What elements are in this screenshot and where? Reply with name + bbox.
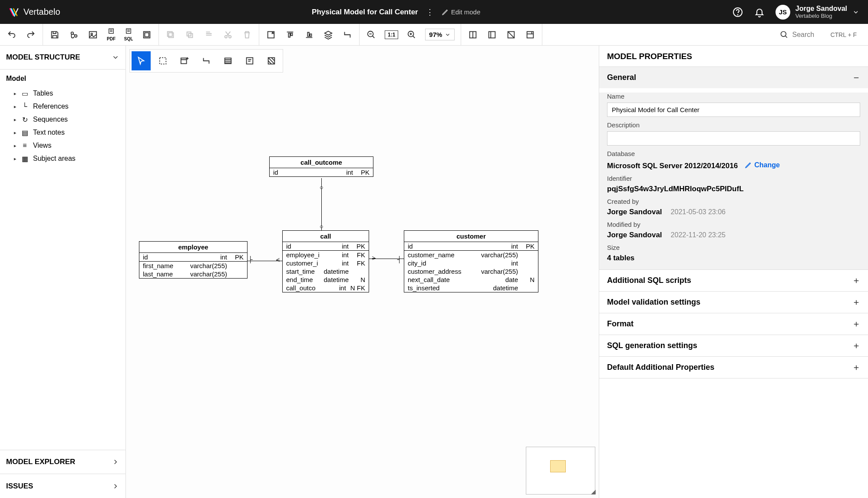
col-name: customer_address bbox=[408, 268, 477, 275]
select-tool[interactable] bbox=[132, 51, 151, 70]
tree-item[interactable]: ▸└References bbox=[6, 100, 119, 113]
zoom-in-button[interactable] bbox=[406, 29, 417, 40]
tree-item[interactable]: ▸▭Tables bbox=[6, 87, 119, 100]
table-column[interactable]: city_idint bbox=[404, 259, 538, 267]
marquee-tool[interactable] bbox=[153, 51, 172, 70]
col-name: start_time bbox=[286, 268, 319, 275]
section-header[interactable]: Default Additional Properties bbox=[599, 357, 868, 378]
delete-button[interactable] bbox=[241, 29, 253, 40]
paste-button[interactable] bbox=[184, 29, 195, 40]
col-type: int bbox=[342, 259, 349, 267]
zoom-out-button[interactable] bbox=[366, 29, 377, 40]
er-table-customer[interactable]: customer idintPKcustomer_namevarchar(255… bbox=[404, 230, 538, 292]
col-type: varchar(255) bbox=[190, 270, 227, 278]
tree-type-icon: ▦ bbox=[21, 155, 29, 163]
issues-header[interactable]: ISSUES bbox=[0, 474, 125, 498]
view-keys-button[interactable] bbox=[486, 29, 498, 40]
view-grid-button[interactable] bbox=[525, 29, 536, 40]
section-header[interactable]: Format bbox=[599, 313, 868, 335]
col-key: FK bbox=[353, 251, 365, 259]
created-by: Jorge Sandoval bbox=[607, 208, 662, 216]
copy-button[interactable] bbox=[165, 29, 176, 40]
table-column[interactable]: first_namevarchar(255) bbox=[139, 262, 247, 270]
add-reference-tool[interactable] bbox=[197, 51, 216, 70]
redo-button[interactable] bbox=[25, 29, 36, 40]
resize-handle-icon[interactable]: ◢ bbox=[591, 488, 596, 495]
table-column[interactable]: next_call_datedateN bbox=[404, 276, 538, 284]
table-column[interactable]: idintPK bbox=[404, 242, 538, 251]
cut-button[interactable] bbox=[222, 29, 234, 40]
table-column[interactable]: start_timedatetime bbox=[283, 267, 369, 276]
er-table-call-outcome[interactable]: call_outcome idintPK bbox=[269, 156, 373, 177]
add-note-tool[interactable] bbox=[240, 51, 259, 70]
zoom-reset-button[interactable]: 1:1 bbox=[385, 30, 398, 39]
add-area-tool[interactable] bbox=[262, 51, 281, 70]
brand-logo[interactable]: Vertabelo bbox=[9, 7, 60, 18]
er-table-employee[interactable]: employee idintPKfirst_namevarchar(255)la… bbox=[139, 241, 248, 279]
align-bottom-button[interactable] bbox=[304, 29, 315, 40]
section-general-header[interactable]: General bbox=[599, 67, 868, 88]
diagram-canvas[interactable]: call_outcome idintPK employee idintPKfir… bbox=[126, 46, 599, 498]
change-db-link[interactable]: Change bbox=[745, 161, 780, 169]
edit-mode[interactable]: Edit mode bbox=[442, 8, 481, 16]
notifications-icon[interactable] bbox=[754, 7, 765, 18]
tree-item[interactable]: ▸↻Sequences bbox=[6, 113, 119, 126]
section-header[interactable]: Model validation settings bbox=[599, 292, 868, 313]
export-sql-button[interactable]: SQL bbox=[124, 28, 133, 41]
col-name: city_id bbox=[408, 259, 507, 267]
canvas-toolbar bbox=[129, 49, 283, 73]
import-button[interactable] bbox=[141, 29, 152, 40]
undo-button[interactable] bbox=[6, 29, 17, 40]
connector-circle-icon: ○ bbox=[320, 223, 323, 230]
section-header[interactable]: Additional SQL scripts bbox=[599, 270, 868, 291]
er-table-call[interactable]: call idintPKemployee_iintFKcustomer_iint… bbox=[282, 230, 369, 292]
section-header[interactable]: SQL generation settings bbox=[599, 335, 868, 356]
tree-item[interactable]: ▸▦Subject areas bbox=[6, 152, 119, 165]
layers-button[interactable] bbox=[323, 29, 334, 40]
export-image-button[interactable] bbox=[87, 29, 99, 40]
user-menu[interactable]: JS Jorge Sandoval Vertabelo Blog bbox=[776, 5, 859, 20]
created-label: Created by bbox=[607, 198, 860, 205]
section-collapsed: Additional SQL scripts bbox=[599, 270, 868, 292]
tree-root[interactable]: Model bbox=[6, 75, 119, 83]
table-column[interactable]: customer_iintFK bbox=[283, 259, 369, 267]
view-columns-button[interactable] bbox=[467, 29, 479, 40]
tree-item[interactable]: ▸▤Text notes bbox=[6, 126, 119, 139]
zoom-dropdown[interactable]: 97% bbox=[425, 29, 455, 40]
export-pdf-button[interactable]: PDF bbox=[106, 28, 116, 41]
name-input[interactable] bbox=[607, 103, 860, 117]
menu-dots-icon[interactable]: ⋮ bbox=[424, 7, 436, 17]
tree-type-icon: ≡ bbox=[21, 142, 29, 149]
save-button[interactable] bbox=[49, 29, 60, 40]
caret-icon: ▸ bbox=[14, 156, 17, 162]
table-column[interactable]: employee_iintFK bbox=[283, 251, 369, 259]
table-column[interactable]: last_namevarchar(255) bbox=[139, 270, 247, 278]
table-column[interactable]: end_timedatetimeN bbox=[283, 276, 369, 284]
table-column[interactable]: idintPK bbox=[270, 168, 373, 176]
share-button[interactable] bbox=[68, 29, 79, 40]
table-column[interactable]: ts_inserteddatetime bbox=[404, 284, 538, 292]
size-value: 4 tables bbox=[607, 254, 860, 262]
resize-button[interactable] bbox=[265, 29, 277, 40]
search-box[interactable]: CTRL + F bbox=[775, 30, 862, 39]
tree-item[interactable]: ▸≡Views bbox=[6, 139, 119, 152]
model-structure-header[interactable]: MODEL STRUCTURE bbox=[0, 46, 125, 70]
table-column[interactable]: call_outcointN FK bbox=[283, 284, 369, 292]
add-table-tool[interactable] bbox=[175, 51, 194, 70]
table-column[interactable]: customer_namevarchar(255) bbox=[404, 251, 538, 259]
model-explorer-header[interactable]: MODEL EXPLORER bbox=[0, 450, 125, 474]
add-view-tool[interactable] bbox=[218, 51, 238, 70]
desc-input[interactable] bbox=[607, 131, 860, 146]
route-button[interactable] bbox=[342, 29, 353, 40]
help-icon[interactable] bbox=[732, 7, 743, 18]
table-column[interactable]: idintPK bbox=[283, 242, 369, 251]
view-notnull-button[interactable] bbox=[505, 29, 517, 40]
table-column[interactable]: customer_addressvarchar(255) bbox=[404, 267, 538, 276]
duplicate-button[interactable] bbox=[203, 29, 215, 40]
section-title: Default Additional Properties bbox=[607, 363, 714, 372]
minimap-viewport[interactable] bbox=[550, 460, 566, 472]
align-top-button[interactable] bbox=[284, 29, 296, 40]
minimap[interactable]: ◢ bbox=[526, 447, 595, 495]
table-column[interactable]: idintPK bbox=[139, 253, 247, 262]
search-input[interactable] bbox=[792, 31, 827, 39]
